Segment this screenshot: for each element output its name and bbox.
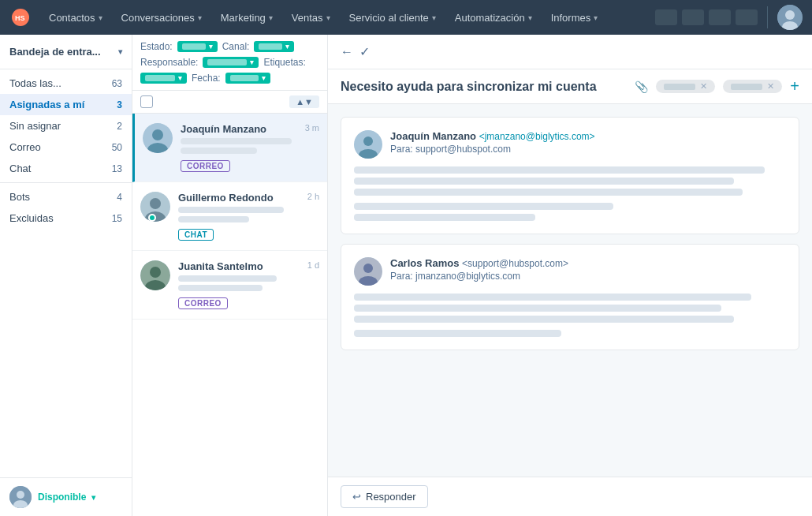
nav-servicio[interactable]: Servicio al cliente ▾ [341, 9, 444, 27]
svg-point-3 [785, 10, 795, 20]
svg-point-15 [150, 267, 161, 278]
conv-item-guillermo[interactable]: Guillermo Redondo 2 h CHAT [132, 182, 327, 251]
paperclip-icon[interactable]: 📎 [635, 80, 648, 93]
status-label[interactable]: Disponible ▾ [38, 492, 95, 503]
conv-toolbar: ▲▼ [132, 91, 327, 114]
conv-item-juanita[interactable]: Juanita Santelmo 1 d CORREO [132, 251, 327, 320]
topnav-divider [767, 6, 768, 28]
nav-informes[interactable]: Informes ▾ [543, 9, 606, 27]
sidebar-item-asignadas[interactable]: Asignadas a mí 3 [0, 94, 132, 115]
filter-etiquetas-pill[interactable]: ▾ [140, 73, 187, 84]
svg-point-12 [150, 198, 161, 209]
nav-automatizacion[interactable]: Automatización ▾ [447, 9, 540, 27]
back-icon[interactable]: ← [341, 45, 353, 59]
topnav-icon-2[interactable] [682, 9, 704, 25]
filter-bar: Estado: ▾ Canal: ▾ Responsable: ▾ Etique… [132, 35, 327, 91]
conv-avatar-juanita [140, 260, 170, 290]
filter-fecha-label: Fecha: [192, 73, 221, 84]
sidebar-divider-mid [0, 182, 132, 183]
chevron-down-icon: ▾ [178, 74, 182, 82]
sidebar-header: Bandeja de entra... ▾ [0, 35, 132, 65]
sidebar-item-correo[interactable]: Correo 50 [0, 136, 132, 158]
thread-footer: ↩ Responder [328, 477, 812, 516]
conv-tag: CORREO [181, 160, 230, 172]
sidebar-chevron-icon[interactable]: ▾ [118, 47, 122, 56]
message-card-2: Carlos Ramos <support@hubspot.com> Para:… [341, 244, 799, 350]
message-card-1: Joaquín Manzano <jmanzano@biglytics.com>… [341, 117, 799, 234]
nav-marketing[interactable]: Marketing ▾ [213, 9, 281, 27]
filter-canal-label: Canal: [222, 41, 250, 52]
conv-time: 1 d [307, 260, 319, 270]
msg-sender-email: <support@hubspot.com> [462, 258, 568, 269]
msg-avatar-2 [354, 257, 382, 286]
conv-name: Joaquín Manzano [181, 123, 266, 135]
subject-bar: Necesito ayuda para sincronizar mi cuent… [328, 69, 812, 104]
thread-tag-1[interactable]: ✕ [656, 80, 715, 93]
topnav-icon-4[interactable] [736, 9, 758, 25]
sidebar-divider-top [0, 69, 132, 69]
conv-tag: CHAT [178, 229, 214, 241]
filter-estado-label: Estado: [140, 41, 173, 52]
add-tag-button[interactable]: + [790, 77, 799, 95]
chevron-down-icon: ▾ [326, 13, 330, 22]
chevron-down-icon: ▾ [99, 13, 102, 22]
msg-sender-name: Carlos Ramos [390, 257, 459, 269]
conv-tag: CORREO [178, 297, 228, 309]
conv-avatar-joaquin [143, 123, 173, 153]
chevron-down-icon: ▾ [594, 13, 598, 22]
thread-body: Joaquín Manzano <jmanzano@biglytics.com>… [328, 104, 812, 477]
sidebar-title: Bandeja de entra... [9, 46, 101, 58]
msg-sender-info-2: Carlos Ramos <support@hubspot.com> Para:… [390, 257, 568, 282]
sort-button[interactable]: ▲▼ [289, 95, 319, 108]
sidebar-item-todas[interactable]: Todas las... 63 [0, 73, 132, 94]
nav-conversaciones[interactable]: Conversaciones ▾ [114, 9, 210, 27]
conv-preview-lines [178, 207, 319, 222]
sidebar-item-excluidas[interactable]: Excluidas 15 [0, 208, 132, 229]
msg-avatar-1 [354, 130, 382, 159]
svg-point-21 [363, 264, 373, 273]
filter-canal-pill[interactable]: ▾ [254, 41, 294, 52]
chevron-down-icon: ▾ [528, 13, 532, 22]
thread-title: Necesito ayuda para sincronizar mi cuent… [341, 80, 597, 94]
chevron-down-icon: ▾ [262, 74, 266, 82]
msg-sender-info-1: Joaquín Manzano <jmanzano@biglytics.com>… [390, 130, 595, 155]
filter-estado-pill[interactable]: ▾ [177, 41, 218, 52]
msg-sender-name: Joaquín Manzano [390, 130, 476, 142]
sidebar-item-chat[interactable]: Chat 13 [0, 158, 132, 179]
select-all-checkbox[interactable] [140, 95, 153, 108]
sidebar-item-bots[interactable]: Bots 4 [0, 186, 132, 208]
user-avatar[interactable] [777, 5, 803, 30]
chevron-down-icon: ▾ [198, 13, 202, 22]
conv-time: 2 h [307, 192, 319, 201]
check-icon[interactable]: ✓ [359, 44, 370, 59]
nav-contactos[interactable]: Contactos ▾ [41, 9, 110, 27]
reply-icon: ↩ [352, 491, 361, 503]
filter-fecha-pill[interactable]: ▾ [225, 73, 270, 84]
close-icon[interactable]: ✕ [767, 81, 774, 92]
svg-point-9 [152, 129, 163, 140]
conv-item-joaquin[interactable]: Joaquín Manzano 3 m CORREO [132, 114, 327, 182]
close-icon[interactable]: ✕ [700, 81, 707, 92]
topnav-icon-3[interactable] [709, 9, 731, 25]
filter-responsable-pill[interactable]: ▾ [203, 57, 259, 68]
sidebar-item-sinasignar[interactable]: Sin asignar 2 [0, 115, 132, 136]
topnav-icon-1[interactable] [655, 9, 677, 25]
conv-time: 3 m [305, 123, 319, 133]
nav-ventas[interactable]: Ventas ▾ [284, 9, 338, 27]
filter-etiquetas-label: Etiquetas: [263, 57, 305, 68]
reply-button[interactable]: ↩ Responder [341, 485, 428, 508]
user-status-avatar [9, 486, 32, 508]
conv-body-joaquin: Joaquín Manzano 3 m CORREO [181, 123, 319, 172]
svg-point-18 [363, 136, 373, 146]
conv-preview-lines [181, 138, 319, 154]
chevron-down-icon: ▾ [209, 43, 213, 50]
hubspot-logo[interactable]: HS [9, 6, 32, 28]
sidebar: Bandeja de entra... ▾ Todas las... 63 As… [0, 35, 132, 516]
conv-preview-lines [178, 275, 319, 291]
svg-text:HS: HS [15, 14, 25, 22]
chevron-down-icon: ▾ [250, 58, 254, 66]
thread-tag-2[interactable]: ✕ [723, 80, 782, 93]
top-navigation: HS Contactos ▾ Conversaciones ▾ Marketin… [0, 0, 812, 35]
chevron-down-icon: ▾ [285, 43, 289, 50]
msg-to: Para: support@hubspot.com [390, 144, 595, 155]
